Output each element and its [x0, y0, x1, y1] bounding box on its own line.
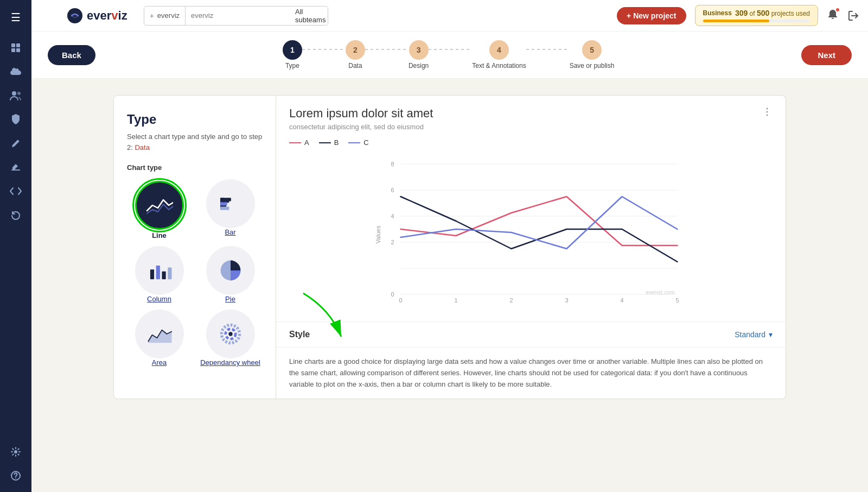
- svg-rect-17: [150, 269, 154, 279]
- next-button[interactable]: Next: [801, 45, 852, 65]
- chart-name-pie: Pie: [225, 295, 235, 303]
- style-label: Style: [289, 330, 310, 339]
- panel-title: Type: [127, 112, 263, 127]
- logout-button[interactable]: [847, 10, 859, 22]
- series-A-line: [401, 197, 678, 245]
- sidebar-bottom: [5, 441, 27, 487]
- svg-rect-0: [11, 43, 15, 47]
- chart-type-bar[interactable]: Bar: [198, 179, 263, 239]
- subteam-filter[interactable]: All subteams: [288, 7, 328, 25]
- wizard-step-1[interactable]: 1 Type: [283, 40, 302, 70]
- step-circle-5: 5: [582, 40, 602, 60]
- chart-type-dependancy-wheel[interactable]: Dependancy wheel: [198, 310, 263, 367]
- description-section: Line charts are a good choice for displa…: [276, 348, 786, 399]
- svg-text:4: 4: [620, 297, 623, 304]
- topnav: everviz + everviz All subteams + New pro…: [0, 0, 868, 31]
- svg-point-27: [767, 115, 768, 116]
- chart-preview-area: Lorem ipsum dolor sit amet consectetur a…: [276, 96, 786, 322]
- hamburger-icon[interactable]: ☰: [5, 5, 26, 29]
- topnav-right: + New project Business 309 of 500 projec…: [617, 5, 859, 26]
- sidebar-item-edit[interactable]: [5, 156, 27, 178]
- step-label-3: Design: [409, 62, 429, 70]
- chart-svg: 8 6 4 2 0 Values 0 1 2 3 4 5: [289, 153, 773, 305]
- svg-rect-1: [16, 43, 20, 47]
- style-section: Style Standard ▾: [276, 322, 786, 348]
- wizard-step-4[interactable]: 4 Text & Annotations: [472, 40, 526, 70]
- panel-subtitle: Select a chart type and style and go to …: [127, 131, 263, 153]
- svg-point-7: [14, 450, 17, 453]
- style-dropdown[interactable]: Standard ▾: [735, 330, 773, 339]
- sidebar-item-users[interactable]: [5, 85, 27, 106]
- svg-point-10: [67, 8, 82, 23]
- step-connector-2-3: [365, 49, 409, 50]
- svg-point-25: [767, 108, 768, 110]
- search-input[interactable]: [186, 11, 288, 20]
- back-button[interactable]: Back: [48, 45, 95, 65]
- svg-text:2: 2: [509, 297, 513, 304]
- usage-progress-bar: [703, 20, 810, 22]
- wizard-step-2[interactable]: 2 Data: [346, 40, 365, 70]
- chart-type-line[interactable]: Line: [127, 179, 192, 239]
- chart-type-pie[interactable]: Pie: [198, 246, 263, 303]
- svg-point-4: [12, 91, 16, 96]
- chart-name-area: Area: [152, 358, 167, 367]
- logo: everviz: [67, 8, 127, 23]
- chart-name-dependancy-wheel: Dependancy wheel: [200, 358, 260, 367]
- new-project-button[interactable]: + New project: [617, 7, 686, 24]
- chart-name-bar: Bar: [225, 228, 235, 236]
- svg-text:Values: Values: [375, 225, 381, 243]
- business-label: Business: [703, 9, 732, 17]
- svg-point-9: [15, 477, 16, 478]
- chart-menu-icon[interactable]: [762, 106, 773, 120]
- series-B-line: [401, 197, 678, 262]
- search-tag: + everviz: [144, 7, 186, 25]
- step-circle-4: 4: [489, 40, 509, 60]
- svg-text:8: 8: [391, 161, 394, 167]
- chart-preview-title: Lorem ipsum dolor sit amet: [289, 106, 433, 121]
- left-panel: Type Select a chart type and style and g…: [113, 95, 276, 399]
- wizard-bar: Back 1 Type 2 Data 3 Design 4 Te: [31, 31, 868, 79]
- chart-type-label: Chart type: [127, 163, 263, 172]
- chart-type-column[interactable]: Column: [127, 246, 192, 303]
- svg-rect-16: [220, 206, 229, 210]
- notification-button[interactable]: [827, 9, 839, 23]
- svg-rect-15: [220, 202, 227, 205]
- svg-rect-3: [16, 48, 20, 52]
- sidebar-item-pencil[interactable]: [5, 133, 27, 154]
- svg-text:5: 5: [675, 297, 679, 304]
- sidebar-item-security[interactable]: [5, 109, 27, 130]
- sidebar-item-help[interactable]: [5, 465, 27, 487]
- style-value-text: Standard: [735, 330, 765, 339]
- wizard-steps: 1 Type 2 Data 3 Design 4 Text & Annotati…: [95, 40, 802, 70]
- svg-rect-19: [162, 272, 165, 279]
- wizard-step-3[interactable]: 3 Design: [409, 40, 429, 70]
- svg-text:1: 1: [454, 297, 457, 304]
- chart-legend: A B C: [289, 138, 773, 147]
- svg-text:0: 0: [399, 297, 402, 304]
- sidebar-item-settings[interactable]: [5, 441, 27, 463]
- legend-line-B: [319, 142, 331, 143]
- sidebar-item-dashboard[interactable]: [5, 37, 27, 59]
- step-label-4: Text & Annotations: [472, 62, 526, 70]
- sidebar: ☰: [0, 0, 31, 492]
- right-panel: Lorem ipsum dolor sit amet consectetur a…: [276, 95, 786, 399]
- legend-item-C: C: [348, 138, 368, 147]
- chart-type-area[interactable]: Area: [127, 310, 192, 367]
- svg-text:0: 0: [391, 291, 394, 298]
- chart-name-line: Line: [152, 231, 167, 239]
- main-content: Back 1 Type 2 Data 3 Design 4 Te: [31, 0, 868, 492]
- search-bar[interactable]: + everviz All subteams: [144, 6, 328, 26]
- step-label-2: Data: [348, 62, 362, 70]
- sidebar-item-code[interactable]: [5, 180, 27, 202]
- svg-point-5: [17, 92, 21, 95]
- step-label-1: Type: [285, 62, 299, 70]
- step-label-5: Save or publish: [570, 62, 615, 70]
- chart-svg-wrap: 8 6 4 2 0 Values 0 1 2 3 4 5: [289, 153, 773, 316]
- sidebar-item-cloud[interactable]: [5, 61, 27, 83]
- wizard-step-5[interactable]: 5 Save or publish: [570, 40, 615, 70]
- data-link[interactable]: Data: [135, 143, 149, 152]
- watermark: everviz.com: [646, 289, 674, 295]
- sidebar-item-undo[interactable]: [5, 204, 27, 226]
- logo-text: everviz: [87, 9, 127, 23]
- step-circle-2: 2: [346, 40, 365, 60]
